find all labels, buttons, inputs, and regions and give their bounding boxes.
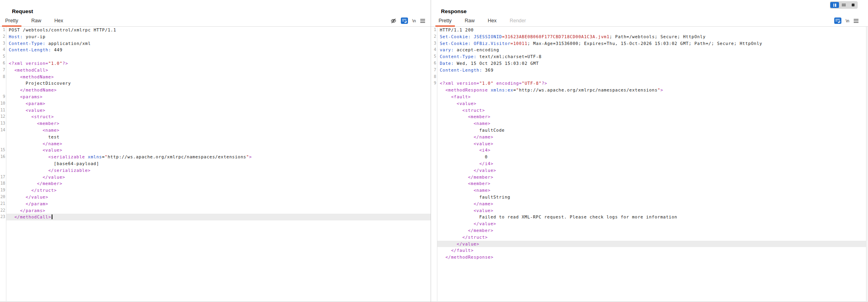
code-line[interactable]: 14<name> xyxy=(0,127,431,134)
code-line[interactable]: </value> xyxy=(431,241,868,247)
code-line[interactable]: 9<?xml version="1.0" encoding="UTF-8"?> xyxy=(431,80,868,87)
code-line[interactable]: 9<params> xyxy=(0,94,431,100)
token-plain: test xyxy=(48,134,60,139)
newline-icon[interactable]: \n xyxy=(846,18,849,23)
code-line[interactable]: 3Set-Cookie: OFBiz.Visitor=10011; Max-Ag… xyxy=(431,40,868,47)
code-line[interactable]: 8 xyxy=(431,74,868,80)
code-line[interactable]: 12<struct> xyxy=(0,113,431,120)
tab-pretty[interactable]: Pretty xyxy=(437,15,453,26)
code-line[interactable]: 5Content-Type: text/xml;charset=UTF-8 xyxy=(431,53,868,60)
code-text: </member> xyxy=(37,180,62,187)
code-line[interactable]: 1HTTP/1.1 200 xyxy=(431,27,868,33)
code-line[interactable]: <i4> xyxy=(431,147,868,154)
code-line[interactable]: </name> xyxy=(431,134,868,140)
code-text: </serializable> xyxy=(48,167,91,174)
tab-raw[interactable]: Raw xyxy=(464,15,476,26)
code-text: <?xml version="1.0"?> xyxy=(9,60,68,67)
code-text: <value> xyxy=(26,107,46,114)
code-line[interactable]: 17</value> xyxy=(0,174,431,181)
code-line[interactable]: 13<member> xyxy=(0,120,431,127)
token-tag: </member> xyxy=(468,228,493,233)
code-line[interactable]: <name> xyxy=(431,120,868,127)
token-tag: </member> xyxy=(468,175,493,179)
code-line[interactable]: <value> xyxy=(431,140,868,147)
response-scrollbar[interactable] xyxy=(866,27,868,301)
code-line[interactable]: </member> xyxy=(431,227,868,234)
code-line[interactable]: </methodName> xyxy=(0,87,431,94)
code-line[interactable]: 2Set-Cookie: JSESSIONID=31623ABE0B060F17… xyxy=(431,33,868,40)
code-line[interactable]: <member> xyxy=(431,180,868,187)
code-line[interactable]: </member> xyxy=(431,174,868,181)
code-line[interactable]: [base64-payload] xyxy=(0,160,431,167)
code-line[interactable]: <struct> xyxy=(431,107,868,114)
code-text: </name> xyxy=(474,201,493,207)
code-line[interactable]: 21</param> xyxy=(0,201,431,207)
code-line[interactable]: 4vary: accept-encoding xyxy=(431,47,868,53)
token-plain: 369 xyxy=(482,68,494,72)
tab-hex[interactable]: Hex xyxy=(53,15,64,26)
code-line[interactable]: 10<param> xyxy=(0,100,431,107)
code-line[interactable]: 16<serializable xmlns="http://ws.apache.… xyxy=(0,154,431,160)
code-line[interactable]: <member> xyxy=(431,113,868,120)
code-line[interactable]: <methodResponse xmlns:ex="http://ws.apac… xyxy=(431,87,868,94)
code-line[interactable]: 22</params> xyxy=(0,207,431,214)
code-line[interactable]: </value> xyxy=(431,220,868,227)
code-line[interactable]: faultString xyxy=(431,194,868,201)
code-line[interactable]: 1POST /webtools/control/xmlrpc HTTP/1.1 xyxy=(0,27,431,33)
code-line[interactable]: 0 xyxy=(431,154,868,160)
tab-hex[interactable]: Hex xyxy=(487,15,498,26)
code-line[interactable]: <value> xyxy=(431,100,868,107)
newline-icon[interactable]: \n xyxy=(412,18,416,23)
code-line[interactable]: 23</methodCall> xyxy=(0,214,431,220)
eye-hidden-icon[interactable] xyxy=(391,18,396,24)
code-line[interactable]: 7<methodCall> xyxy=(0,67,431,74)
code-line[interactable]: 18</member> xyxy=(0,180,431,187)
token-tag: </params> xyxy=(20,208,45,213)
code-line[interactable]: 2Host: your-ip xyxy=(0,33,431,40)
code-text: </struct> xyxy=(31,187,57,194)
line-number: 6 xyxy=(0,60,5,67)
request-editor[interactable]: 1POST /webtools/control/xmlrpc HTTP/1.12… xyxy=(0,27,431,301)
menu-icon[interactable] xyxy=(420,19,425,23)
code-line[interactable]: faultCode xyxy=(431,127,868,134)
code-line[interactable]: 6<?xml version="1.0"?> xyxy=(0,60,431,67)
tab-raw[interactable]: Raw xyxy=(30,15,43,26)
code-line[interactable]: Failed to read XML-RPC request. Please c… xyxy=(431,214,868,220)
code-line[interactable]: 20</value> xyxy=(0,194,431,201)
code-line[interactable]: <name> xyxy=(431,187,868,194)
line-number: 3 xyxy=(431,40,436,47)
code-text: </name> xyxy=(474,134,493,140)
code-line[interactable]: </struct> xyxy=(431,234,868,241)
code-line[interactable]: 5 xyxy=(0,53,431,60)
wrap-text-icon[interactable] xyxy=(401,18,408,24)
lines-button[interactable] xyxy=(839,2,848,8)
code-line[interactable]: 6Date: Wed, 15 Oct 2025 15:03:02 GMT xyxy=(431,60,868,67)
code-line[interactable]: 19</struct> xyxy=(0,187,431,194)
pause-button[interactable] xyxy=(830,2,839,8)
wrap-text-icon[interactable] xyxy=(834,18,841,24)
code-line[interactable]: ProjectDiscovery xyxy=(0,80,431,87)
code-line[interactable]: 11<value> xyxy=(0,107,431,114)
token-attr: Set-Cookie: xyxy=(440,34,471,39)
code-line[interactable]: <value> xyxy=(431,207,868,214)
code-line[interactable]: 7Content-Length: 369 xyxy=(431,67,868,74)
code-line[interactable]: </name> xyxy=(431,201,868,207)
code-line[interactable]: <fault> xyxy=(431,94,868,100)
code-line[interactable]: test xyxy=(0,134,431,140)
code-line[interactable]: </serializable> xyxy=(0,167,431,174)
response-editor[interactable]: 1HTTP/1.1 2002Set-Cookie: JSESSIONID=316… xyxy=(431,27,868,301)
code-line[interactable]: </fault> xyxy=(431,247,868,254)
code-line[interactable]: 3Content-Type: application/xml xyxy=(0,40,431,47)
code-line[interactable]: </name> xyxy=(0,140,431,147)
code-line[interactable]: 15<value> xyxy=(0,147,431,154)
code-line[interactable]: 8<methodName> xyxy=(0,74,431,80)
token-tag: </value> xyxy=(26,195,48,199)
menu-icon[interactable] xyxy=(854,19,858,23)
code-line[interactable]: </i4> xyxy=(431,160,868,167)
code-line[interactable]: </value> xyxy=(431,167,868,174)
code-line[interactable]: </methodResponse> xyxy=(431,254,868,261)
tab-pretty[interactable]: Pretty xyxy=(4,15,19,26)
stop-button[interactable] xyxy=(849,2,857,8)
code-text: Set-Cookie: OFBiz.Visitor=10011; Max-Age… xyxy=(440,40,762,47)
code-line[interactable]: 4Content-Length: 449 xyxy=(0,47,431,53)
